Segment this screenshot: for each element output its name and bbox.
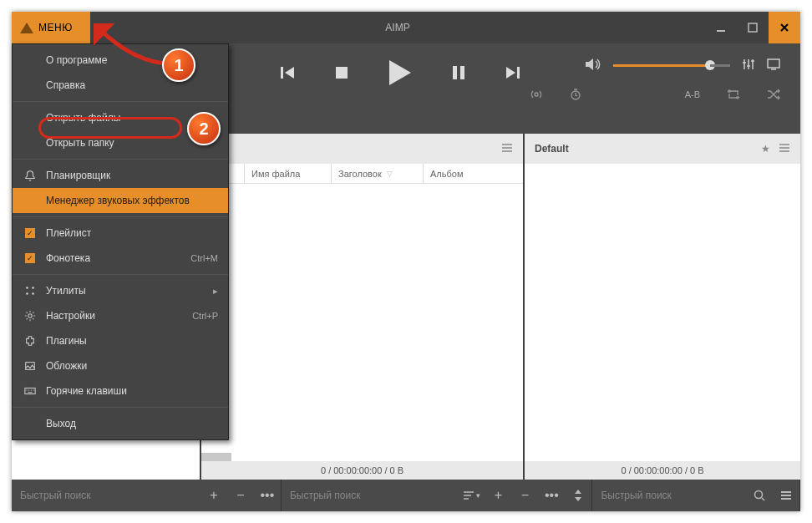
menu-item-about[interactable]: О программе <box>13 48 228 73</box>
repeat-button[interactable] <box>727 89 740 100</box>
titlebar: МЕНЮ AIMP <box>12 12 800 43</box>
svg-rect-12 <box>460 66 464 79</box>
column-header: №▽ Имя файла Заголовок▽ Альбом <box>201 164 523 184</box>
playlist-status: 0 / 00:00:00:00 / 0 B <box>201 461 523 480</box>
right-tab-bar: Default ★ <box>525 134 800 164</box>
extras-row: A-B <box>530 89 780 100</box>
svg-point-3 <box>32 287 34 289</box>
svg-point-2 <box>26 287 28 289</box>
app-title: AIMP <box>90 12 705 43</box>
chevron-right-icon: ▸ <box>213 286 218 297</box>
menu-item-library[interactable]: ✓ФонотекаCtrl+M <box>13 246 228 271</box>
add-button[interactable]: + <box>485 488 511 503</box>
menu-item-playlist[interactable]: ✓Плейлист <box>13 221 228 246</box>
volume-row <box>585 57 780 74</box>
app-window: МЕНЮ AIMP О программе Справка Открыть фа… <box>12 12 800 511</box>
svg-point-5 <box>32 292 34 295</box>
menu-button[interactable]: МЕНЮ <box>12 12 90 43</box>
menu-item-utilities[interactable]: Утилиты▸ <box>13 278 228 303</box>
next-button[interactable] <box>505 64 521 81</box>
play-button[interactable] <box>388 58 413 87</box>
star-icon[interactable]: ★ <box>761 143 770 155</box>
playlist-tab-bar <box>201 134 523 164</box>
svg-point-6 <box>28 314 32 317</box>
add-button[interactable]: + <box>200 488 227 503</box>
horizontal-scrollbar[interactable] <box>201 453 523 461</box>
timer-button[interactable] <box>570 89 581 100</box>
plugin-icon <box>23 335 38 347</box>
transport-controls <box>279 58 521 87</box>
aimp-logo-icon <box>20 23 33 33</box>
svg-rect-8 <box>25 388 35 394</box>
ab-repeat-button[interactable]: A-B <box>685 89 700 99</box>
svg-point-17 <box>755 491 763 499</box>
equalizer-button[interactable] <box>742 58 755 74</box>
display-button[interactable] <box>767 58 780 73</box>
shuffle-button[interactable] <box>767 89 780 100</box>
menu-item-hotkeys[interactable]: Горячие клавиши <box>13 378 228 404</box>
menu-item-covers[interactable]: Обложки <box>13 353 228 378</box>
updown-button[interactable] <box>565 490 591 501</box>
playlist-body[interactable] <box>201 184 523 461</box>
right-body[interactable] <box>525 164 800 461</box>
svg-point-4 <box>26 292 28 295</box>
search-button[interactable] <box>746 490 773 501</box>
sort-button[interactable]: ▾ <box>458 490 485 500</box>
svg-point-15 <box>535 93 538 96</box>
menu-item-settings[interactable]: НастройкиCtrl+P <box>13 303 228 328</box>
right-pane: Default ★ 0 / 00:00:00:00 / 0 B <box>525 134 800 480</box>
menu-item-fx-manager[interactable]: Менеджер звуковых эффектов <box>13 188 228 213</box>
volume-slider[interactable] <box>613 64 730 67</box>
bottom-toolbar: Быстрый поиск + − ••• Быстрый поиск ▾ + … <box>12 480 800 511</box>
more-button[interactable]: ••• <box>254 488 281 503</box>
volume-thumb[interactable] <box>705 60 715 70</box>
search-right[interactable]: Быстрый поиск <box>592 490 746 501</box>
col-filename[interactable]: Имя файла <box>245 164 332 183</box>
minimize-button[interactable] <box>705 12 737 43</box>
svg-rect-11 <box>453 66 457 79</box>
image-icon <box>23 360 38 372</box>
col-title[interactable]: Заголовок▽ <box>332 164 424 183</box>
stop-button[interactable] <box>334 65 349 80</box>
menu-item-plugins[interactable]: Плагины <box>13 328 228 353</box>
close-button[interactable] <box>769 12 800 43</box>
remove-button[interactable]: − <box>227 488 254 503</box>
search-mid[interactable]: Быстрый поиск <box>282 490 458 501</box>
more-button[interactable]: ••• <box>538 488 565 503</box>
menu-item-scheduler[interactable]: Планировщик <box>13 163 228 188</box>
search-left[interactable]: Быстрый поиск <box>12 490 200 501</box>
check-icon: ✓ <box>25 228 35 238</box>
pause-button[interactable] <box>451 64 466 81</box>
tab-default[interactable]: Default <box>535 143 569 155</box>
apps-icon <box>23 285 38 297</box>
bell-icon <box>23 170 38 181</box>
gear-icon <box>23 310 38 322</box>
window-controls <box>705 12 800 43</box>
main-menu: О программе Справка Открыть файлы Открыт… <box>12 43 229 440</box>
annotation-ring <box>38 117 182 139</box>
svg-rect-0 <box>717 30 725 32</box>
menu-icon[interactable] <box>501 143 513 155</box>
playlist-pane: №▽ Имя файла Заголовок▽ Альбом 0 / 00:00… <box>201 134 523 480</box>
maximize-button[interactable] <box>737 12 769 43</box>
volume-icon[interactable] <box>585 57 601 74</box>
remove-button[interactable]: − <box>511 488 538 503</box>
menu-item-exit[interactable]: Выход <box>13 411 228 436</box>
filter-icon[interactable]: ▽ <box>387 170 393 178</box>
menu-button-label: МЕНЮ <box>38 22 73 33</box>
svg-rect-10 <box>336 67 348 79</box>
radio-button[interactable] <box>530 89 543 100</box>
menu-item-help[interactable]: Справка <box>13 73 228 98</box>
svg-rect-14 <box>768 59 779 68</box>
annotation-badge-2: 2 <box>187 112 221 145</box>
check-icon: ✓ <box>25 253 35 263</box>
right-status: 0 / 00:00:00:00 / 0 B <box>525 461 800 480</box>
svg-rect-9 <box>281 67 283 79</box>
svg-rect-13 <box>517 67 520 79</box>
previous-button[interactable] <box>279 64 296 81</box>
menu-icon[interactable] <box>779 143 790 155</box>
hamburger-button[interactable] <box>773 490 799 500</box>
svg-rect-1 <box>749 23 757 32</box>
col-album[interactable]: Альбом <box>424 164 523 183</box>
annotation-badge-1: 1 <box>162 48 195 82</box>
